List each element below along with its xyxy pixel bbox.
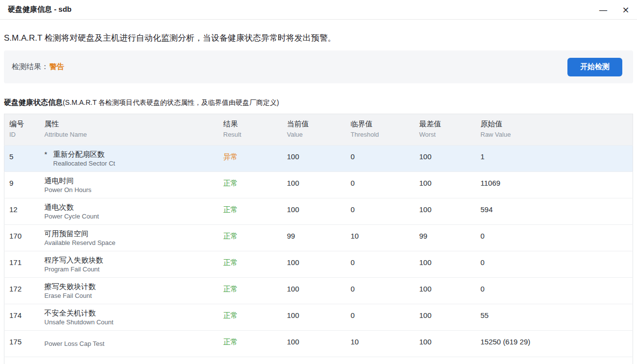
attribute-name-zh: 通电次数 bbox=[45, 202, 99, 212]
cell-result: 异常 bbox=[219, 146, 282, 172]
table-row[interactable]: 175 Power Loss Cap Test 正常 100 10 100 15… bbox=[4, 331, 633, 357]
titlebar-buttons: — × bbox=[592, 0, 637, 19]
result-label: 检测结果： bbox=[12, 62, 49, 72]
cell-worst: 100 bbox=[415, 198, 476, 225]
col-header-value: 当前值Value bbox=[282, 114, 346, 146]
warning-star-marker: * bbox=[45, 149, 53, 168]
section-title: 硬盘健康状态信息(S.M.A.R.T 各检测项目代表硬盘的状态属性，及临界值由硬… bbox=[4, 98, 633, 107]
window-title: 硬盘健康信息 - sdb bbox=[0, 5, 72, 14]
close-button[interactable]: × bbox=[614, 0, 637, 19]
cell-raw-value: 55 bbox=[476, 304, 633, 331]
result-panel: 检测结果： 警告 开始检测 bbox=[4, 50, 633, 83]
table-row[interactable]: 12 通电次数 Power Cycle Count 正常 100 0 100 5… bbox=[4, 198, 633, 225]
table-row[interactable]: 183 正常 100 0 100 bbox=[4, 357, 633, 364]
section-title-note: (S.M.A.R.T 各检测项目代表硬盘的状态属性，及临界值由硬盘厂商定义) bbox=[63, 98, 279, 106]
cell-id: 170 bbox=[4, 225, 40, 251]
attribute-name-en: Power Cycle Count bbox=[45, 212, 99, 221]
cell-threshold: 0 bbox=[346, 172, 415, 198]
cell-raw-value: 0 bbox=[476, 225, 633, 251]
cell-result: 正常 bbox=[219, 251, 282, 278]
table-row[interactable]: 172 擦写失败块计数 Erase Fail Count 正常 100 0 10… bbox=[4, 278, 633, 304]
cell-value: 100 bbox=[282, 357, 346, 364]
cell-worst: 100 bbox=[415, 278, 476, 304]
attribute-name-en: Power On Hours bbox=[45, 186, 92, 194]
cell-worst: 100 bbox=[415, 172, 476, 198]
cell-attribute: 不安全关机计数 Unsafe Shutdown Count bbox=[40, 304, 219, 331]
cell-threshold: 0 bbox=[346, 304, 415, 331]
attribute-name-zh: 可用预留空间 bbox=[45, 229, 116, 239]
attribute-name-en: Erase Fail Count bbox=[45, 291, 96, 300]
cell-raw-value: 594 bbox=[476, 198, 633, 225]
cell-worst: 100 bbox=[415, 331, 476, 357]
table-row[interactable]: 174 不安全关机计数 Unsafe Shutdown Count 正常 100… bbox=[4, 304, 633, 331]
start-detect-button[interactable]: 开始检测 bbox=[567, 58, 622, 76]
cell-raw-value: 1 bbox=[476, 146, 633, 172]
cell-attribute: Power Loss Cap Test bbox=[40, 331, 219, 357]
cell-value: 100 bbox=[282, 172, 346, 198]
cell-raw-value: 0 bbox=[476, 278, 633, 304]
cell-value: 100 bbox=[282, 278, 346, 304]
cell-attribute: * 重新分配扇区数 Reallocated Sector Ct bbox=[40, 146, 219, 172]
smart-attributes-table: 编号ID 属性Attribute Name 结果Result 当前值Value … bbox=[4, 114, 633, 364]
cell-raw-value: 15250 (619 29) bbox=[476, 331, 633, 357]
cell-worst: 100 bbox=[415, 146, 476, 172]
cell-value: 100 bbox=[282, 331, 346, 357]
smart-description: S.M.A.R.T 检测将对硬盘及主机进行自动化监测分析，当设备健康状态异常时将… bbox=[4, 32, 633, 44]
col-header-attribute: 属性Attribute Name bbox=[40, 114, 219, 146]
cell-worst: 99 bbox=[415, 225, 476, 251]
attribute-name-en: Program Fail Count bbox=[45, 265, 103, 274]
cell-result: 正常 bbox=[219, 304, 282, 331]
attribute-name-zh: 程序写入失败块数 bbox=[45, 255, 103, 265]
minimize-icon: — bbox=[599, 4, 608, 15]
smart-table-body: 5 * 重新分配扇区数 Reallocated Sector Ct 异常 100… bbox=[4, 146, 633, 364]
result-status-badge: 警告 bbox=[49, 62, 64, 72]
cell-result: 正常 bbox=[219, 225, 282, 251]
cell-value: 100 bbox=[282, 304, 346, 331]
col-header-worst: 最差值Worst bbox=[415, 114, 476, 146]
col-header-raw-value: 原始值Raw Value bbox=[476, 114, 633, 146]
cell-raw-value: 0 bbox=[476, 251, 633, 278]
cell-id: 171 bbox=[4, 251, 40, 278]
cell-threshold: 0 bbox=[346, 357, 415, 364]
attribute-name-en: Reallocated Sector Ct bbox=[53, 159, 115, 168]
attribute-name-zh: 重新分配扇区数 bbox=[53, 149, 115, 159]
cell-value: 99 bbox=[282, 225, 346, 251]
cell-result: 正常 bbox=[219, 198, 282, 225]
cell-id: 9 bbox=[4, 172, 40, 198]
table-row[interactable]: 171 程序写入失败块数 Program Fail Count 正常 100 0… bbox=[4, 251, 633, 278]
result-summary: 检测结果： 警告 bbox=[12, 62, 64, 72]
cell-result: 正常 bbox=[219, 357, 282, 364]
cell-id: 5 bbox=[4, 146, 40, 172]
attribute-name-en: Available Reservd Space bbox=[45, 239, 116, 247]
minimize-button[interactable]: — bbox=[592, 0, 614, 19]
cell-threshold: 0 bbox=[346, 198, 415, 225]
cell-value: 100 bbox=[282, 251, 346, 278]
cell-value: 100 bbox=[282, 146, 346, 172]
main-content: S.M.A.R.T 检测将对硬盘及主机进行自动化监测分析，当设备健康状态异常时将… bbox=[0, 32, 637, 364]
cell-id: 183 bbox=[4, 357, 40, 364]
cell-worst: 100 bbox=[415, 304, 476, 331]
cell-id: 172 bbox=[4, 278, 40, 304]
cell-attribute bbox=[40, 357, 219, 364]
table-row[interactable]: 170 可用预留空间 Available Reservd Space 正常 99… bbox=[4, 225, 633, 251]
attribute-name-zh: 擦写失败块计数 bbox=[45, 282, 96, 291]
cell-id: 12 bbox=[4, 198, 40, 225]
cell-raw-value: 11069 bbox=[476, 172, 633, 198]
attribute-name-zh: 通电时间 bbox=[45, 176, 92, 186]
section-title-main: 硬盘健康状态信息 bbox=[4, 98, 63, 106]
cell-threshold: 0 bbox=[346, 278, 415, 304]
cell-raw-value bbox=[476, 357, 633, 364]
cell-attribute: 通电时间 Power On Hours bbox=[40, 172, 219, 198]
attribute-name-en: Power Loss Cap Test bbox=[45, 340, 105, 348]
titlebar: 硬盘健康信息 - sdb — × bbox=[0, 0, 637, 20]
close-icon: × bbox=[622, 4, 629, 15]
table-row[interactable]: 5 * 重新分配扇区数 Reallocated Sector Ct 异常 100… bbox=[4, 146, 633, 172]
cell-attribute: 程序写入失败块数 Program Fail Count bbox=[40, 251, 219, 278]
disk-health-window: 硬盘健康信息 - sdb — × S.M.A.R.T 检测将对硬盘及主机进行自动… bbox=[0, 0, 637, 364]
cell-result: 正常 bbox=[219, 172, 282, 198]
cell-attribute: 可用预留空间 Available Reservd Space bbox=[40, 225, 219, 251]
cell-attribute: 通电次数 Power Cycle Count bbox=[40, 198, 219, 225]
col-header-id: 编号ID bbox=[4, 114, 40, 146]
cell-result: 正常 bbox=[219, 331, 282, 357]
table-row[interactable]: 9 通电时间 Power On Hours 正常 100 0 100 11069 bbox=[4, 172, 633, 198]
